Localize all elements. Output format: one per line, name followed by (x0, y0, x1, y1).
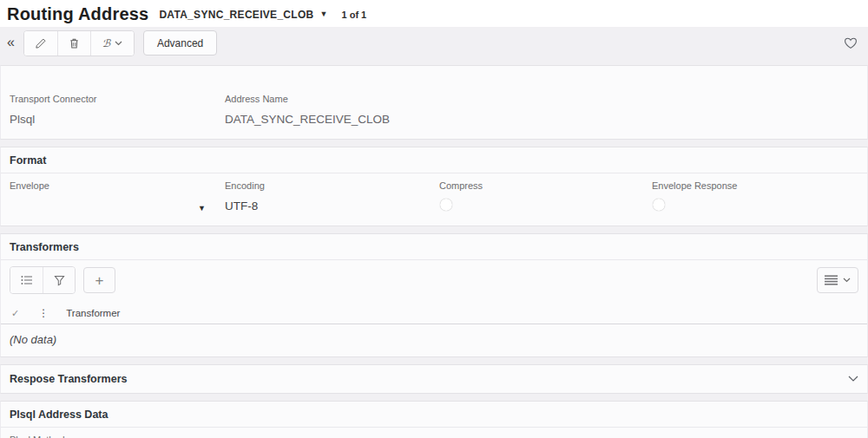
compress-label: Compress (439, 180, 636, 191)
field-envelope: Envelope ▼ (10, 180, 225, 213)
format-section-title: Format (10, 154, 46, 167)
favorite-button[interactable] (842, 35, 859, 51)
address-name-label: Address Name (225, 94, 424, 104)
plsql-fields: Plsql Method Repl_Lob_Buffer_API.Receive… (1, 428, 867, 438)
table-view-options-button[interactable] (817, 267, 858, 293)
record-count: 1 of 1 (341, 10, 366, 20)
format-fields: Envelope ▼ Encoding UTF-8 Compress Envel… (1, 173, 867, 226)
compress-toggle-knob (440, 199, 452, 211)
expand-chevron-down-icon[interactable] (848, 376, 858, 382)
select-all-checkmark-icon[interactable]: ✓ (11, 308, 19, 319)
page-header: Routing Address DATA_SYNC_RECEIVE_CLOB ▼… (0, 0, 868, 27)
filter-icon (54, 275, 65, 286)
field-compress: Compress (439, 180, 652, 213)
table-tools-group (10, 266, 76, 294)
chevron-down-icon (115, 41, 122, 46)
record-selector[interactable]: DATA_SYNC_RECEIVE_CLOB ▼ (159, 9, 327, 21)
plus-icon: + (95, 273, 104, 288)
multi-select-button[interactable] (10, 267, 43, 293)
chevron-down-icon (843, 278, 851, 283)
encoding-value: UTF-8 (225, 199, 258, 212)
response-transformers-header[interactable]: Respose Transformers (1, 365, 867, 393)
transformers-table-toolbar: + (1, 260, 867, 301)
envelope-response-toggle-knob (653, 199, 665, 211)
add-row-button[interactable]: + (83, 267, 115, 293)
field-plsql-method: Plsql Method Repl_Lob_Buffer_API.Receive… (10, 435, 439, 438)
stamp-icon: ℬ (102, 38, 110, 49)
transport-connector-label: Transport Connector (10, 94, 209, 104)
collapse-panel-button[interactable]: « (5, 34, 20, 53)
record-selector-caret-icon: ▼ (320, 10, 328, 18)
pencil-icon (35, 37, 47, 49)
transformers-card: Transformers + (0, 233, 868, 357)
transformers-grid-header: ✓ ⋮ Transformer (1, 303, 867, 324)
delete-button[interactable] (57, 31, 90, 56)
page-title: Routing Address (7, 4, 148, 24)
response-transformers-title: Respose Transformers (10, 373, 127, 385)
filter-button[interactable] (43, 267, 75, 293)
format-section-header: Format (1, 147, 867, 173)
transformers-section-title: Transformers (10, 241, 79, 253)
heart-icon (844, 36, 858, 49)
stamp-menu-button[interactable]: ℬ (90, 31, 134, 56)
plsql-section-header: Plsql Address Data (1, 402, 867, 428)
list-icon (21, 275, 33, 285)
general-fields: Transport Connector Plsql Address Name D… (1, 87, 867, 139)
format-card: Format Envelope ▼ Encoding UTF-8 Compres… (0, 147, 868, 226)
envelope-label: Envelope (10, 180, 209, 191)
transport-connector-value: Plsql (10, 113, 35, 126)
record-selector-value: DATA_SYNC_RECEIVE_CLOB (159, 9, 313, 21)
transformers-empty-state: (No data) (1, 324, 867, 356)
plsql-address-data-card: Plsql Address Data Plsql Method Repl_Lob… (0, 401, 868, 438)
command-toolbar: « ℬ Advanced (0, 27, 868, 59)
double-chevron-left-icon: « (7, 35, 15, 49)
advanced-button[interactable]: Advanced (143, 30, 217, 56)
field-transport-connector: Transport Connector Plsql (10, 94, 225, 127)
rows-icon (825, 275, 838, 285)
response-transformers-card: Respose Transformers (0, 364, 868, 394)
field-address-name: Address Name DATA_SYNC_RECEIVE_CLOB (225, 94, 439, 127)
trash-icon (69, 37, 80, 49)
plsql-section-title: Plsql Address Data (10, 409, 108, 421)
transformer-column-header[interactable]: Transformer (66, 308, 120, 318)
transformers-section-header: Transformers (1, 234, 867, 260)
general-card: Transport Connector Plsql Address Name D… (0, 65, 868, 140)
field-envelope-response: Envelope Response (652, 180, 858, 213)
field-encoding: Encoding UTF-8 (225, 180, 439, 213)
record-actions-group: ℬ (23, 30, 135, 56)
envelope-caret-icon: ▼ (198, 204, 206, 212)
kebab-menu-icon[interactable]: ⋮ (38, 307, 49, 319)
envelope-select[interactable]: ▼ (10, 198, 209, 212)
address-name-value: DATA_SYNC_RECEIVE_CLOB (225, 113, 390, 126)
encoding-label: Encoding (225, 180, 424, 191)
toolbar-right (842, 35, 859, 51)
plsql-method-label: Plsql Method (10, 435, 424, 438)
envelope-response-label: Envelope Response (652, 180, 843, 191)
edit-button[interactable] (24, 31, 57, 56)
